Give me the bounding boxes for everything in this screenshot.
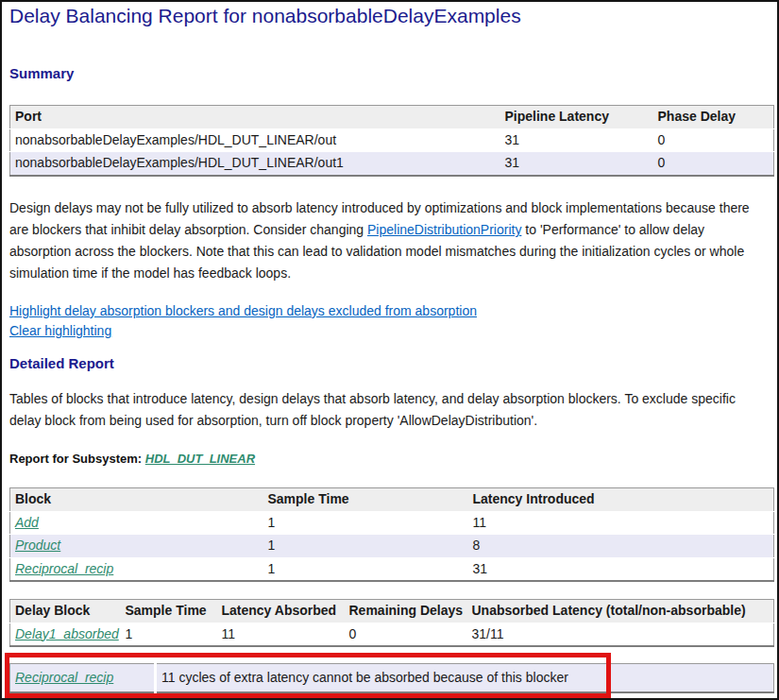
column-header-unabsorbed-latency: Unabsorbed Latency (total/non-absorbable… <box>467 600 774 623</box>
block-link-delay1-absorbed[interactable]: Delay1_absorbed <box>15 626 119 641</box>
block-link-reciprocal-recip[interactable]: Reciprocal_recip <box>15 561 113 576</box>
subsystem-link-hdl-dut-linear[interactable]: HDL_DUT_LINEAR <box>145 452 255 466</box>
column-header-latency-absorbed: Latency Absorbed <box>217 600 345 623</box>
sample-time-value: 1 <box>263 535 468 558</box>
blocks-latency-table: Block Sample Time Latency Introduced Add… <box>9 487 774 582</box>
subsystem-label: Report for Subsystem: <box>9 452 142 466</box>
pipeline-latency-value: 31 <box>500 128 653 152</box>
delay-balancing-report-page: { "page": { "title": "Delay Balancing Re… <box>0 0 779 700</box>
column-header-pipeline-latency: Pipeline Latency <box>500 106 653 129</box>
latency-absorbed-value: 11 <box>217 623 345 646</box>
column-header-phase-delay: Phase Delay <box>653 106 774 129</box>
column-header-delay-block: Delay Block <box>10 600 121 623</box>
blocks-table-header-row: Block Sample Time Latency Introduced <box>10 488 774 512</box>
table-row: nonabsorbableDelayExamples/HDL_DUT_LINEA… <box>10 152 774 176</box>
summary-heading: Summary <box>9 65 74 81</box>
unabsorbed-latency-value: 31/11 <box>467 623 774 646</box>
block-link-add[interactable]: Add <box>15 515 39 530</box>
table-row: Product 1 8 <box>10 535 774 558</box>
column-header-sample-time: Sample Time <box>263 488 468 512</box>
absorption-blockers-table: Reciprocal_recip 11 cycles of extra late… <box>9 663 774 693</box>
pipeline-latency-value: 31 <box>500 152 653 176</box>
clear-highlighting-link[interactable]: Clear highlighting <box>9 321 111 341</box>
table-row: Reciprocal_recip 11 cycles of extra late… <box>10 664 774 693</box>
report-for-subsystem-line: Report for Subsystem: HDL_DUT_LINEAR <box>9 452 255 466</box>
phase-delay-value: 0 <box>653 128 774 152</box>
highlight-actions: Highlight delay absorption blockers and … <box>9 301 477 341</box>
sample-time-value: 1 <box>263 557 468 581</box>
column-header-sample-time: Sample Time <box>121 600 217 623</box>
table-row: Reciprocal_recip 1 31 <box>10 557 774 581</box>
block-link-product[interactable]: Product <box>15 538 60 553</box>
port-path: nonabsorbableDelayExamples/HDL_DUT_LINEA… <box>10 128 500 152</box>
delay-blocks-table: Delay Block Sample Time Latency Absorbed… <box>9 599 774 647</box>
page-title: Delay Balancing Report for nonabsorbable… <box>9 4 521 28</box>
latency-introduced-value: 8 <box>468 535 774 558</box>
column-header-port: Port <box>10 106 500 129</box>
delay-absorption-notice: Design delays may not be fully utilized … <box>9 197 763 284</box>
latency-introduced-value: 11 <box>468 511 774 535</box>
blocker-link-reciprocal-recip[interactable]: Reciprocal_recip <box>15 670 113 685</box>
column-header-remaining-delays: Remaining Delays <box>345 600 467 623</box>
latency-introduced-value: 31 <box>468 557 774 581</box>
delay-table-header-row: Delay Block Sample Time Latency Absorbed… <box>10 600 774 623</box>
table-row: nonabsorbableDelayExamples/HDL_DUT_LINEA… <box>10 128 774 152</box>
port-path: nonabsorbableDelayExamples/HDL_DUT_LINEA… <box>10 152 500 176</box>
highlight-blockers-link[interactable]: Highlight delay absorption blockers and … <box>9 301 477 321</box>
column-header-block: Block <box>10 488 263 512</box>
blocker-message: 11 cycles of extra latency cannot be abs… <box>156 664 774 693</box>
sample-time-value: 1 <box>263 511 468 535</box>
pipeline-distribution-priority-link[interactable]: PipelineDistributionPriority <box>367 222 521 237</box>
column-header-latency-introduced: Latency Introduced <box>468 488 774 512</box>
summary-table-header-row: Port Pipeline Latency Phase Delay <box>10 106 774 129</box>
table-row: Add 1 11 <box>10 511 774 535</box>
phase-delay-value: 0 <box>653 152 774 176</box>
remaining-delays-value: 0 <box>345 623 467 646</box>
detailed-report-description: Tables of blocks that introduce latency,… <box>9 388 763 432</box>
sample-time-value: 1 <box>121 623 217 646</box>
detailed-report-heading: Detailed Report <box>9 355 114 371</box>
summary-table: Port Pipeline Latency Phase Delay nonabs… <box>9 105 774 177</box>
table-row: Delay1_absorbed 1 11 0 31/11 <box>10 623 774 646</box>
